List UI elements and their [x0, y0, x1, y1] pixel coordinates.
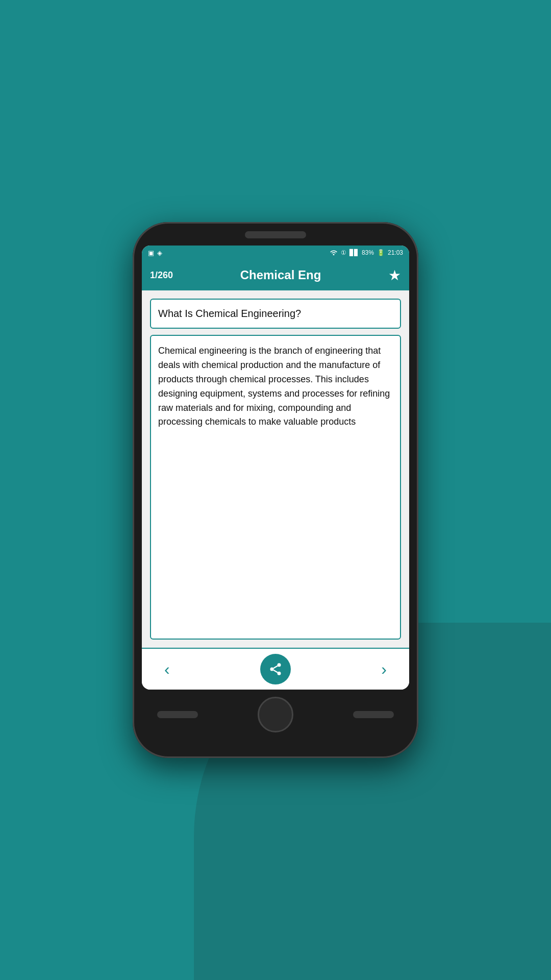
answer-text: Chemical engineering is the branch of en…	[158, 346, 390, 427]
app-title: Chemical Eng	[178, 268, 383, 282]
share-icon	[268, 662, 283, 676]
phone-bottom-hardware	[142, 690, 409, 738]
status-left-icons: ▣ ◈	[148, 249, 162, 257]
notification-icon-2: ◈	[157, 249, 162, 257]
battery-icon: 🔋	[377, 249, 385, 256]
wifi-icon	[330, 249, 338, 257]
signal-bars: ▊▊	[349, 249, 359, 256]
card-counter: 1/260	[150, 270, 173, 281]
notification-icon-1: ▣	[148, 249, 154, 257]
phone-screen: ▣ ◈ ① ▊▊ 83% 🔋 21:03 1/260 Chemical Eng …	[142, 246, 409, 690]
answer-box: Chemical engineering is the branch of en…	[150, 335, 401, 640]
question-box: What Is Chemical Engineering?	[150, 299, 401, 329]
clock: 21:03	[388, 249, 403, 256]
phone-side-button-left	[157, 711, 198, 718]
prev-button[interactable]: ‹	[157, 657, 177, 682]
svg-line-4	[273, 666, 278, 669]
phone-side-button-right	[353, 711, 394, 718]
battery-percent: 83%	[362, 249, 374, 256]
share-button[interactable]	[260, 654, 291, 684]
content-area: What Is Chemical Engineering? Chemical e…	[142, 290, 409, 648]
sim-icon: ①	[341, 249, 346, 256]
svg-point-1	[270, 668, 274, 671]
phone-home-button[interactable]	[258, 697, 293, 732]
svg-point-0	[278, 663, 281, 667]
svg-point-2	[278, 672, 281, 675]
status-bar: ▣ ◈ ① ▊▊ 83% 🔋 21:03	[142, 246, 409, 260]
app-bar: 1/260 Chemical Eng ★	[142, 260, 409, 290]
next-button[interactable]: ›	[374, 657, 394, 682]
status-right-info: ① ▊▊ 83% 🔋 21:03	[330, 249, 403, 257]
phone-speaker	[245, 231, 306, 238]
favorite-star-button[interactable]: ★	[388, 267, 401, 284]
question-text: What Is Chemical Engineering?	[158, 308, 301, 319]
nav-bar: ‹ ›	[142, 648, 409, 690]
phone-device: ▣ ◈ ① ▊▊ 83% 🔋 21:03 1/260 Chemical Eng …	[133, 222, 418, 758]
svg-line-3	[273, 670, 278, 673]
